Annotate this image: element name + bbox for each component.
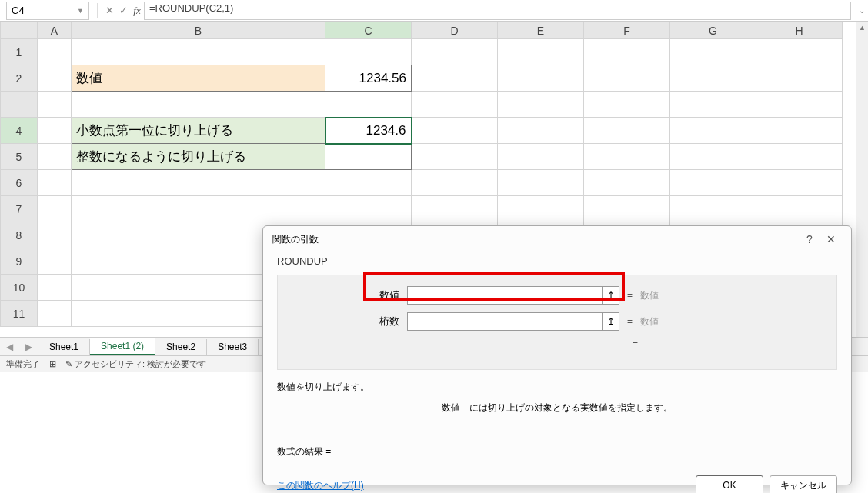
function-help-link[interactable]: この関数のヘルプ(H) [277,479,364,492]
separator [97,3,98,18]
dialog-title: 関数の引数 [272,233,319,246]
formula-input[interactable]: =ROUNDUP(C2,1) [144,2,851,20]
col-header-F[interactable]: F [584,22,670,39]
arg1-label: 数値 [292,288,407,302]
row-header-1[interactable]: 1 [1,39,38,65]
row-header-3[interactable] [1,92,38,118]
arguments-panel: 数値 ↥ = 数値 桁数 ↥ = 数値 = [277,275,837,370]
name-box-value: C4 [12,5,25,16]
function-description: 数値を切り上げます。 [277,381,837,394]
close-icon[interactable]: ✕ [820,233,842,245]
scroll-up-icon[interactable]: ▲ [856,22,868,34]
name-box[interactable]: C4 ▼ [6,2,89,20]
status-ready: 準備完了 [6,358,40,370]
arg1-hint: 数値 [640,289,659,302]
macro-record-icon[interactable]: ⊞ [49,359,56,369]
row-header-5[interactable]: 5 [1,144,38,170]
cell-A4[interactable] [38,118,72,144]
arg2-label: 桁数 [292,315,407,328]
row-header-9[interactable]: 9 [1,248,38,275]
argument-description: 数値 には切り上げの対象となる実数値を指定します。 [277,401,837,415]
function-arguments-dialog: 関数の引数 ? ✕ ROUNDUP 数値 ↥ = 数値 桁数 ↥ = 数値 = [262,225,852,485]
tab-nav-next-icon[interactable]: ▶ [19,341,38,352]
cancel-formula-icon[interactable]: ✕ [102,5,116,16]
cell-B4[interactable]: 小数点第一位に切り上げる [72,118,326,144]
row-header-11[interactable]: 11 [1,301,38,327]
arg2-range-picker-icon[interactable]: ↥ [603,312,619,331]
equals-sign: = [627,316,633,327]
dialog-titlebar[interactable]: 関数の引数 ? ✕ [263,226,851,252]
equals-sign: = [627,290,633,301]
arg1-input[interactable] [407,286,603,305]
expand-formula-icon[interactable]: ⌄ [856,6,868,15]
help-icon[interactable]: ? [799,233,820,245]
arg2-input[interactable] [407,312,603,331]
ok-button[interactable]: OK [696,475,763,493]
sheet-tab-2[interactable]: Sheet1 (2) [90,338,155,355]
vertical-scrollbar[interactable]: ▲ [856,22,868,337]
formula-result-label: 数式の結果 = [277,445,837,458]
cell-B5[interactable]: 整数になるように切り上げる [72,144,326,170]
col-header-B[interactable]: B [72,22,326,39]
select-all-corner[interactable] [1,22,38,39]
arg1-range-picker-icon[interactable]: ↥ [603,286,619,305]
row-header-10[interactable]: 10 [1,275,38,301]
interim-result: = [292,338,823,349]
col-header-C[interactable]: C [326,22,412,39]
arg2-hint: 数値 [640,315,659,328]
cell-C4[interactable]: 1234.6 [326,118,412,144]
formula-text: =ROUNDUP(C2,1) [149,2,233,14]
sheet-tab-4[interactable]: Sheet3 [207,339,259,355]
row-header-6[interactable]: 6 [1,170,38,196]
status-accessibility[interactable]: ✎ アクセシビリティ: 検討が必要です [65,358,206,370]
cancel-button[interactable]: キャンセル [770,475,837,493]
col-header-E[interactable]: E [498,22,584,39]
tab-nav-prev-icon[interactable]: ◀ [0,341,19,352]
cell-B2[interactable]: 数値 [72,65,326,92]
row-header-8[interactable]: 8 [1,222,38,248]
chevron-down-icon[interactable]: ▼ [77,7,84,15]
row-header-2[interactable]: 2 [1,65,38,92]
fx-icon[interactable]: fx [130,5,144,17]
formula-bar: C4 ▼ ✕ ✓ fx =ROUNDUP(C2,1) ⌄ [0,0,868,22]
row-header-4[interactable]: 4 [1,118,38,144]
cell-C2[interactable]: 1234.56 [326,65,412,92]
cell-A2[interactable] [38,65,72,92]
sheet-tab-1[interactable]: Sheet1 [38,339,90,355]
sheet-tab-3[interactable]: Sheet2 [155,339,207,355]
col-header-G[interactable]: G [670,22,756,39]
row-header-7[interactable]: 7 [1,196,38,222]
col-header-H[interactable]: H [756,22,843,39]
cell-C5[interactable] [326,144,412,170]
col-header-D[interactable]: D [412,22,498,39]
function-name: ROUNDUP [277,255,837,267]
col-header-A[interactable]: A [38,22,72,39]
cell-A5[interactable] [38,144,72,170]
accept-formula-icon[interactable]: ✓ [116,5,130,16]
